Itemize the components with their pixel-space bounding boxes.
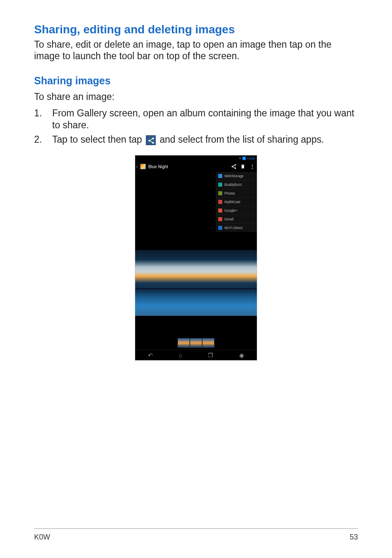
step-2: Tap to select then tap and select from t… [34,134,358,146]
battery-icon [242,157,246,160]
status-bar: ▾ 13:00 [135,155,257,161]
share-item-picasa[interactable]: Picasa [216,189,257,198]
share-item-label: Gmail [224,217,233,221]
nav-back-icon[interactable]: ↶ [148,352,153,359]
intro-paragraph: To share, edit or delete an image, tap t… [34,39,358,62]
step-2-text-a: Tap to select then tap [52,134,145,145]
thumb[interactable] [178,338,190,348]
app-toolbar: ‹ Blue Night ⋮ [135,161,257,172]
heading-sharing-images: Sharing images [34,75,358,87]
nav-camera-icon[interactable]: ◉ [239,352,244,359]
phone-body: WebStorage BuddyBuzz Picasa MyBitCast Go… [135,172,257,360]
share-item-webstorage[interactable]: WebStorage [216,172,257,181]
nav-recent-icon[interactable]: ❐ [208,352,213,359]
share-item-googleplus[interactable]: Google+ [216,206,257,215]
svg-point-1 [148,139,150,141]
share-action-icon[interactable] [231,163,237,170]
share-item-wifidirect[interactable]: Wi-Fi Direct [216,224,257,232]
share-item-label: BuddyBuzz [224,183,242,187]
share-item-label: Wi-Fi Direct [224,226,242,230]
step-1: From Gallery screen, open an album conta… [34,107,358,131]
wifi-icon: ▾ [239,156,241,160]
main-photo[interactable] [135,250,257,316]
example-screenshot: ▾ 13:00 ‹ Blue Night ⋮ WebStorage BuddyB… [135,155,257,361]
share-item-label: Google+ [224,208,238,213]
app-icon [218,217,222,221]
share-item-mybitcast[interactable]: MyBitCast [216,198,257,206]
app-icon [218,208,222,213]
status-time: 13:00 [247,157,255,160]
thumb[interactable] [202,338,214,348]
share-icon [146,135,156,145]
share-item-label: MyBitCast [224,200,240,204]
thumb[interactable] [190,338,202,348]
album-name: Blue Night [148,164,228,169]
app-icon [218,226,222,230]
heading-sharing-editing-deleting: Sharing, editing and deleting images [34,23,358,36]
overflow-menu-icon[interactable]: ⋮ [249,163,255,170]
footer-page-number: 53 [350,533,358,542]
share-item-label: Picasa [224,191,235,195]
android-nav-bar: ↶ ⌂ ❐ ◉ [135,350,257,360]
share-item-buddybuzz[interactable]: BuddyBuzz [216,181,257,189]
page-footer: K0W 53 [34,528,358,542]
share-item-gmail[interactable]: Gmail [216,215,257,224]
app-icon [218,183,222,187]
app-icon [218,191,222,195]
thumbnail-strip[interactable] [178,338,214,348]
lead-paragraph: To share an image: [34,91,358,103]
svg-point-4 [232,166,233,168]
share-item-label: WebStorage [224,174,244,178]
footer-model: K0W [34,533,50,542]
steps-list: From Gallery screen, open an album conta… [34,107,358,145]
back-chevron-icon[interactable]: ‹ [136,164,138,169]
album-thumb-icon [140,164,146,169]
step-2-text-b: and select from the list of sharing apps… [159,134,324,145]
app-icon [218,200,222,204]
app-icon [218,174,222,178]
nav-home-icon[interactable]: ⌂ [179,352,182,359]
share-menu-popup: WebStorage BuddyBuzz Picasa MyBitCast Go… [216,172,257,232]
delete-action-icon[interactable] [240,163,246,170]
